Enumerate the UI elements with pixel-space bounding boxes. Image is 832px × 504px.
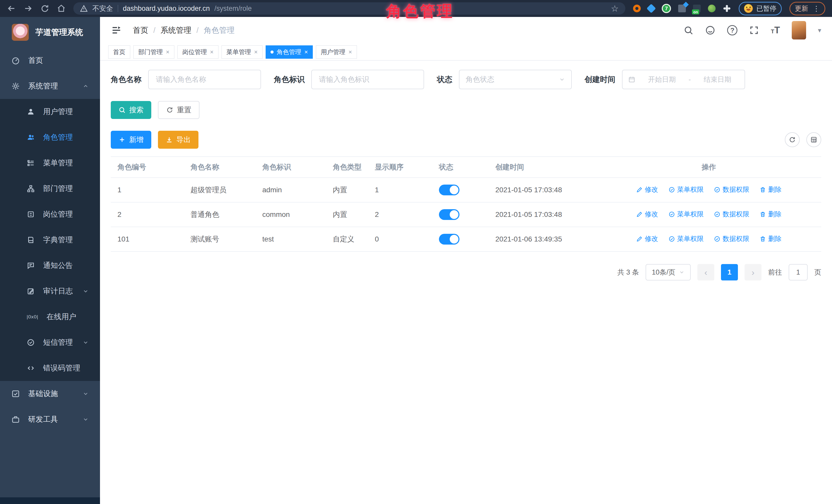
fullscreen-icon[interactable] [749, 25, 759, 35]
close-icon[interactable]: × [348, 49, 352, 56]
sidebar-item-online-users[interactable]: |0x0| 在线用户 [0, 304, 100, 330]
goto-page-input[interactable] [789, 264, 808, 281]
address-bar[interactable]: 不安全 dashboard.yudao.iocoder.cn /system/r… [73, 2, 625, 15]
extensions-puzzle-icon[interactable] [723, 4, 731, 12]
role-name-label: 角色名称 [111, 74, 141, 85]
warning-icon [80, 5, 88, 12]
delete-link[interactable]: 删除 [759, 185, 781, 194]
add-button[interactable]: 新增 [111, 131, 151, 149]
user-avatar[interactable] [792, 21, 806, 39]
chevron-down-icon [559, 76, 565, 83]
menu-permission-link[interactable]: 菜单权限 [669, 210, 704, 219]
sidebar-item-notices[interactable]: 通知公告 [0, 253, 100, 278]
help-icon[interactable]: ? [727, 25, 737, 35]
sidebar-item-menus[interactable]: 菜单管理 [0, 150, 100, 176]
sidebar-item-sms[interactable]: 短信管理 [0, 330, 100, 355]
columns-icon[interactable] [806, 132, 821, 147]
caret-down-icon[interactable]: ▾ [818, 26, 821, 34]
tab-posts[interactable]: 岗位管理× [177, 45, 218, 59]
sidebar-item-audit-log[interactable]: 审计日志 [0, 278, 100, 304]
delete-link[interactable]: 删除 [759, 210, 781, 219]
menu-permission-link[interactable]: 菜单权限 [669, 234, 704, 243]
refresh-icon[interactable] [785, 132, 800, 147]
tab-departments[interactable]: 部门管理× [133, 45, 174, 59]
tab-menus[interactable]: 菜单管理× [222, 45, 263, 59]
data-permission-link[interactable]: 数据权限 [714, 185, 749, 194]
export-button[interactable]: 导出 [158, 131, 199, 149]
col-created: 创建时间 [489, 157, 596, 178]
extension-donut-icon[interactable] [633, 5, 641, 12]
sidebar-footer-bar [0, 497, 100, 504]
extension-badge-icon[interactable]: 7 [662, 4, 671, 13]
bookmark-star-icon[interactable]: ☆ [611, 3, 619, 14]
tab-roles[interactable]: 角色管理× [266, 45, 313, 59]
end-date-placeholder[interactable]: 结束日期 [696, 75, 739, 84]
home-icon[interactable] [57, 4, 66, 13]
sidebar-item-error-codes[interactable]: 错误码管理 [0, 355, 100, 381]
edit-link[interactable]: 修改 [636, 210, 658, 219]
dashboard-icon [11, 56, 20, 65]
date-range-picker[interactable]: 开始日期 - 结束日期 [622, 70, 745, 89]
extension-switch-icon[interactable]: on [693, 5, 701, 12]
edit-link[interactable]: 修改 [636, 234, 658, 243]
search-form: 角色名称 角色标识 状态 角色状态 创建时间 [111, 70, 821, 89]
role-name-input[interactable] [148, 70, 261, 89]
tab-home[interactable]: 首页 [108, 45, 130, 59]
page-size-select[interactable]: 10条/页 [646, 264, 691, 281]
sidebar-item-departments[interactable]: 部门管理 [0, 176, 100, 202]
omnibox-divider [118, 5, 118, 12]
prev-page-button[interactable]: ‹ [697, 264, 714, 281]
data-permission-link[interactable]: 数据权限 [714, 210, 749, 219]
menu-permission-link[interactable]: 菜单权限 [669, 185, 704, 194]
close-icon[interactable]: × [166, 49, 170, 56]
search-button[interactable]: 搜索 [111, 101, 151, 119]
page-header: 首页 / 系统管理 / 角色管理 ? TT ▾ [100, 17, 832, 44]
browser-menu-icon[interactable]: ⋮ [813, 4, 820, 13]
status-toggle[interactable] [439, 185, 460, 195]
github-icon[interactable] [705, 25, 716, 35]
reload-icon[interactable] [41, 4, 49, 13]
font-size-icon[interactable]: TT [771, 26, 780, 35]
sidebar-item-system[interactable]: 系统管理 [0, 73, 100, 99]
reset-button[interactable]: 重置 [158, 101, 200, 119]
status-select[interactable]: 角色状态 [459, 70, 572, 89]
roles-table: 角色编号 角色名称 角色标识 角色类型 显示顺序 状态 创建时间 操作 1 超级… [111, 156, 821, 252]
sidebar-item-dict[interactable]: 字典管理 [0, 227, 100, 253]
delete-link[interactable]: 删除 [759, 234, 781, 243]
sidebar-item-home[interactable]: 首页 [0, 48, 100, 73]
forward-icon[interactable] [24, 4, 33, 13]
data-permission-link[interactable]: 数据权限 [714, 234, 749, 243]
browser-update-pill[interactable]: 更新 ⋮ [789, 2, 825, 16]
close-icon[interactable]: × [210, 49, 214, 56]
close-icon[interactable]: × [254, 49, 258, 56]
col-role-type: 角色类型 [326, 157, 368, 178]
back-icon[interactable] [7, 4, 16, 13]
close-icon[interactable]: × [304, 49, 308, 56]
role-key-input[interactable] [311, 70, 424, 89]
sidebar-item-users[interactable]: 用户管理 [0, 99, 100, 125]
status-toggle[interactable] [439, 234, 460, 244]
extension-gem-icon[interactable] [647, 4, 656, 13]
url-host: dashboard.yudao.iocoder.cn [123, 5, 210, 12]
breadcrumb-home[interactable]: 首页 [133, 25, 148, 36]
sidebar-item-roles[interactable]: 角色管理 [0, 125, 100, 150]
breadcrumb-system[interactable]: 系统管理 [160, 25, 191, 36]
chevron-down-icon [83, 391, 89, 397]
extension-green-icon[interactable] [708, 5, 716, 12]
profile-paused-pill[interactable]: 已暂停 [739, 2, 782, 16]
sidebar-item-posts[interactable]: 岗位管理 [0, 202, 100, 227]
edit-link[interactable]: 修改 [636, 185, 658, 194]
next-page-button[interactable]: › [745, 264, 761, 281]
app-logo-row[interactable]: 芋道管理系统 [0, 17, 100, 48]
sidebar-item-infrastructure[interactable]: 基础设施 [0, 381, 100, 406]
sidebar-item-dev-tools[interactable]: 研发工具 [0, 406, 100, 432]
table-row: 2 普通角色 common 内置 2 2021-01-05 17:03:48 修… [111, 202, 821, 227]
tab-users[interactable]: 用户管理× [316, 45, 357, 59]
status-toggle[interactable] [439, 209, 460, 220]
breadcrumb-current: 角色管理 [204, 25, 235, 36]
hamburger-icon[interactable] [111, 25, 122, 36]
search-icon[interactable] [683, 25, 693, 35]
page-1-button[interactable]: 1 [721, 264, 738, 281]
extension-grid-icon[interactable] [678, 5, 686, 12]
start-date-placeholder[interactable]: 开始日期 [641, 75, 683, 84]
